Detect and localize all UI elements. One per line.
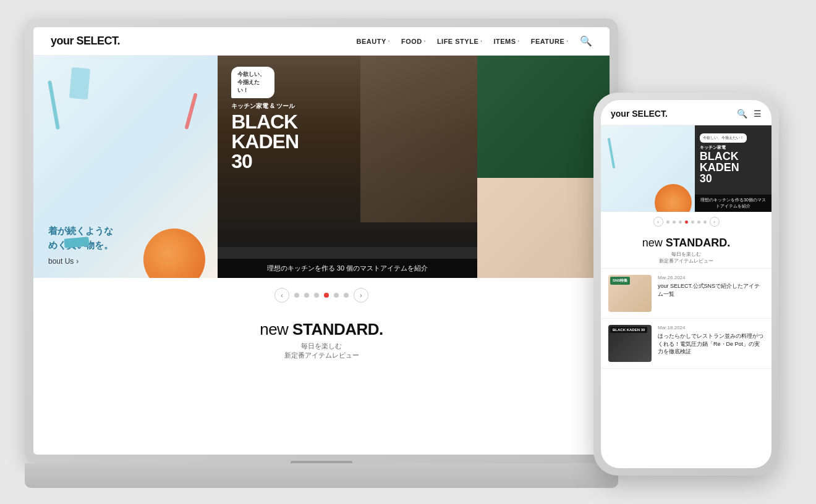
chevron-feature: › <box>566 38 568 44</box>
ns-title-regular: new <box>260 320 292 338</box>
phone-screen: your SELECT. 🔍 ☰ 今欲しい、今揃えたい！ <box>601 100 771 468</box>
phone-search-icon[interactable]: 🔍 <box>737 109 747 119</box>
hero-center-caption: 理想のキッチンを作る 30 個のマストアイテムを紹介 <box>218 259 477 278</box>
carousel-dot-2[interactable] <box>304 293 309 298</box>
deco-light-blue-rect <box>69 67 90 99</box>
phone-article-content-2: Mar.18.2024 ほったらかしでレストラン並みの料理がつくれる！電気圧力鍋… <box>658 325 764 356</box>
phone-dot-5[interactable] <box>691 220 694 224</box>
laptop-base <box>25 463 618 488</box>
phone-article-content-1: Mar.26.2024 your SELECT.公式SNSで紹介したアイテム一覧 <box>658 275 764 298</box>
carousel-dot-3[interactable] <box>314 293 319 298</box>
hero-right-bottom <box>477 178 610 278</box>
phone-ns-sub2: 新定番アイテムレビュー <box>608 258 764 264</box>
hero-center-overlay: 今欲しい、今揃えたい！ キッチン家電 & ツール BLACK KADEN 30 <box>218 56 477 278</box>
nav-label-food: FOOD <box>401 38 422 45</box>
deco-pink-stick <box>185 93 198 130</box>
nav-item-beauty[interactable]: BEAUTY › <box>357 38 390 45</box>
phone-dot-6[interactable] <box>697 220 700 224</box>
phone-bubble: 今欲しい、今揃えたい！ <box>700 133 747 143</box>
laptop-screen: your SELECT. BEAUTY › FOOD › LIFE STYLE <box>33 27 610 455</box>
nav-label-items: ITEMS <box>493 38 516 45</box>
phone-article-1[interactable]: SNS特集 Mar.26.2024 your SELECT.公式SNSで紹介した… <box>601 269 771 319</box>
phone-hero: 今欲しい、今揃えたい！ キッチン家電 BLACK KADEN 30 理想のキッチ… <box>601 125 771 212</box>
site-nav: BEAUTY › FOOD › LIFE STYLE › ITEMS <box>357 35 592 47</box>
phone-bk-line2: KADEN <box>700 162 767 173</box>
phone-article-2[interactable]: BLACK KADEN 30 Mar.18.2024 ほったらかしでレストラン並… <box>601 319 771 369</box>
hero-right-top <box>477 56 610 178</box>
bk-line2: KADEN <box>231 132 463 151</box>
phone-ns-title: new STANDARD. <box>608 237 764 250</box>
ns-sub-line2: 新定番アイテムレビュー <box>33 351 610 360</box>
chevron-food: › <box>424 38 426 44</box>
search-icon[interactable]: 🔍 <box>580 35 593 47</box>
phone-next-button[interactable]: › <box>710 217 720 227</box>
phone-deco-orange <box>655 184 692 212</box>
nav-item-items[interactable]: ITEMS › <box>493 38 519 45</box>
phone-article-date-1: Mar.26.2024 <box>658 275 764 280</box>
phone-dot-2[interactable] <box>673 220 676 224</box>
laptop-body: your SELECT. BEAUTY › FOOD › LIFE STYLE <box>25 19 618 463</box>
phone-prev-button[interactable]: ‹ <box>653 217 663 227</box>
phone-device: your SELECT. 🔍 ☰ 今欲しい、今揃えたい！ <box>593 93 779 476</box>
nav-label-feature: FEATURE <box>531 38 565 45</box>
nav-item-feature[interactable]: FEATURE › <box>531 38 569 45</box>
phone-articles: SNS特集 Mar.26.2024 your SELECT.公式SNSで紹介した… <box>601 269 771 369</box>
about-us-text: bout Us <box>48 257 74 266</box>
hero-slider: 着が続くような めく買い物を。 bout Us › 今欲しい、今 <box>33 56 610 278</box>
bk-number: 30 <box>231 151 463 171</box>
phone-caption: 理想のキッチンを作る30個のマストアイテムを紹介 <box>695 195 771 212</box>
phone-hero-left <box>601 125 695 212</box>
phone-black-kaden: 今欲しい、今揃えたい！ キッチン家電 BLACK KADEN 30 <box>695 125 771 189</box>
phone-hero-right: 今欲しい、今揃えたい！ キッチン家電 BLACK KADEN 30 理想のキッチ… <box>695 125 771 212</box>
hero-slide-right <box>477 56 610 278</box>
phone-ns-sub1: 毎日を楽しむ <box>608 251 764 258</box>
site-header: your SELECT. BEAUTY › FOOD › LIFE STYLE <box>33 27 610 56</box>
scene: your SELECT. BEAUTY › FOOD › LIFE STYLE <box>0 0 816 504</box>
nav-label-beauty: BEAUTY <box>357 38 386 45</box>
phone-article-img-2: BLACK KADEN 30 <box>608 325 652 362</box>
black-kaden-title: BLACK KADEN 30 <box>231 112 463 171</box>
laptop-device: your SELECT. BEAUTY › FOOD › LIFE STYLE <box>25 19 618 488</box>
phone-dot-7[interactable] <box>703 220 707 224</box>
phone-bk-number: 30 <box>700 173 767 184</box>
phone-article-date-2: Mar.18.2024 <box>658 325 764 330</box>
phone-article-title-2: ほったらかしでレストラン並みの料理がつくれる！電気圧力鍋「Re・De Pot」の… <box>658 332 764 356</box>
kaden-label: キッチン家電 & ツール <box>231 102 463 111</box>
new-standard-title: new STANDARD. <box>33 320 610 339</box>
bubble-text: 今欲しい、今揃えたい！ <box>231 67 274 98</box>
phone-dot-3[interactable] <box>679 220 682 224</box>
carousel-dot-4-active[interactable] <box>324 293 329 298</box>
phone-bk-title: BLACK KADEN 30 <box>700 151 767 184</box>
phone-ns-bold: STANDARD. <box>666 237 731 249</box>
hero-slide-left: 着が続くような めく買い物を。 bout Us › <box>33 56 218 278</box>
nav-item-lifestyle[interactable]: LIFE STYLE › <box>437 38 483 45</box>
chevron-items: › <box>518 38 520 44</box>
site-logo: your SELECT. <box>51 35 120 48</box>
article-badge-sns: SNS特集 <box>610 277 630 285</box>
carousel-next-button[interactable]: › <box>354 288 368 303</box>
carousel-dot-5[interactable] <box>334 293 339 298</box>
nav-item-food[interactable]: FOOD › <box>401 38 426 45</box>
bk-line1: BLACK <box>231 112 463 132</box>
carousel-dot-6[interactable] <box>344 293 349 298</box>
new-standard-section: new STANDARD. 毎日を楽しむ 新定番アイテムレビュー <box>33 313 610 365</box>
phone-dot-4-active[interactable] <box>685 220 688 224</box>
about-us-chevron: › <box>76 257 79 266</box>
phone-bk-line1: BLACK <box>700 151 767 162</box>
carousel-dots: ‹ › <box>33 278 610 313</box>
phone-carousel-dots: ‹ › <box>601 212 771 232</box>
phone-deco-blue <box>608 138 616 169</box>
phone-ns-regular: new <box>642 237 666 249</box>
new-standard-subtitle: 毎日を楽しむ 新定番アイテムレビュー <box>33 342 610 360</box>
nav-label-lifestyle: LIFE STYLE <box>437 38 478 45</box>
phone-dot-1[interactable] <box>666 220 669 224</box>
phone-new-standard: new STANDARD. 毎日を楽しむ 新定番アイテムレビュー <box>601 232 771 269</box>
phone-logo: your SELECT. <box>611 109 668 119</box>
phone-header: your SELECT. 🔍 ☰ <box>601 100 771 125</box>
carousel-prev-button[interactable]: ‹ <box>274 288 289 303</box>
carousel-dot-1[interactable] <box>294 293 299 298</box>
ns-title-bold: STANDARD. <box>292 320 383 338</box>
chevron-beauty: › <box>388 38 390 44</box>
phone-menu-icon[interactable]: ☰ <box>754 109 762 119</box>
phone-article-img-1: SNS特集 <box>608 275 652 312</box>
